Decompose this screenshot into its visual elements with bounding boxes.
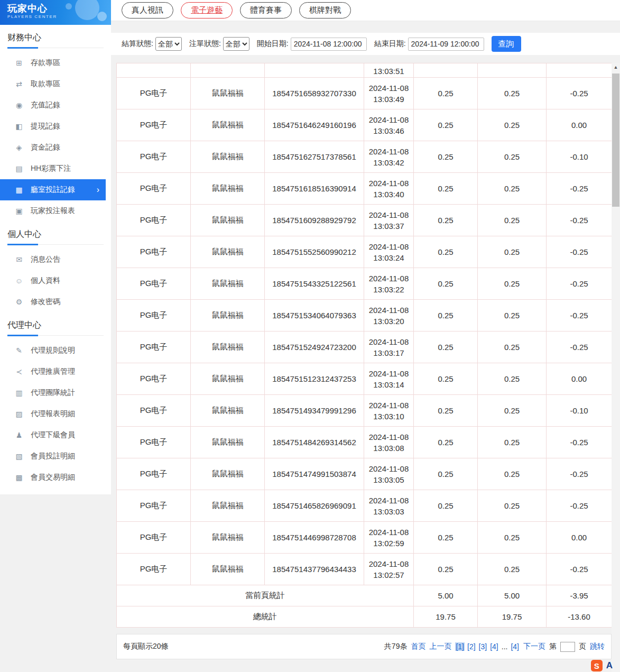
cell-game: PG电子: [117, 141, 191, 173]
page-link[interactable]: [3]: [478, 642, 488, 651]
cell-bet-amount: 0.25: [414, 173, 478, 205]
end-date-input[interactable]: [408, 38, 484, 51]
cell-game-name: 鼠鼠福福: [191, 395, 265, 427]
cell-order-number: 1854751543325122561: [265, 268, 364, 300]
cell-valid-bet: 0.25: [478, 300, 547, 332]
cell-bet-amount: 0.25: [414, 458, 478, 490]
sidebar-item-agent-rules[interactable]: ✎ 代理規則說明: [0, 340, 106, 361]
cell-game: PG电子: [117, 554, 191, 585]
cell-bet-amount: 0.25: [414, 78, 478, 109]
cell-time: 2024-11-08 13:03:03: [364, 490, 414, 522]
cell-time: 2024-11-08 13:03:46: [364, 109, 414, 141]
settle-status-select[interactable]: 全部: [155, 37, 182, 51]
game-type-tabbar: 真人視訊 電子遊藝 體育賽事 棋牌對戰: [111, 0, 620, 21]
tab-board-games[interactable]: 棋牌對戰: [299, 2, 351, 19]
members-icon: ♟: [14, 431, 24, 439]
sidebar-item-agent-team-stats[interactable]: ▥ 代理團隊統計: [0, 382, 106, 403]
sidebar-item-room-bet-records[interactable]: ▦ 廳室投註記錄 ›: [0, 179, 106, 200]
pagination-prev[interactable]: 上一页: [429, 642, 451, 651]
tab-live-video[interactable]: 真人視訊: [122, 2, 173, 19]
sidebar-item-member-transaction-detail[interactable]: ▩ 會員交易明細: [0, 467, 106, 488]
jump-page-input[interactable]: [560, 642, 575, 652]
cell-game: PG电子: [117, 300, 191, 332]
cell-time: 2024-11-08 13:03:14: [364, 363, 414, 395]
cell-game-name: 鼠鼠福福: [191, 427, 265, 458]
cell-game: PG电子: [117, 522, 191, 554]
sidebar-item-member-bet-detail[interactable]: ▧ 會員投註明細: [0, 446, 106, 467]
tab-electronic-games[interactable]: 電子遊藝: [181, 2, 233, 19]
cell-game: PG电子: [117, 332, 191, 363]
sidebar-item-agent-report-detail[interactable]: ▨ 代理報表明細: [0, 403, 106, 425]
sidebar-item-funds-records[interactable]: ◈ 資金記錄: [0, 137, 106, 158]
cell-bet-amount: 0.25: [414, 268, 478, 300]
cell-time: 2024-11-08 13:03:05: [364, 458, 414, 490]
cell-time: 2024-11-08 13:03:49: [364, 78, 414, 109]
sidebar-item-lottery-bets[interactable]: ▤ HH彩票下注: [0, 158, 106, 179]
section-title-agent: 代理中心: [7, 320, 104, 336]
vertical-scrollbar: ▲: [612, 63, 620, 672]
cell-valid-bet: 0.25: [478, 554, 547, 585]
pagination-controls: 共79条 首页 上一页 [1][2][3][4]...[4] 下一页 第 页 跳…: [384, 642, 605, 652]
share-icon: ≺: [14, 367, 24, 376]
cell-game: PG电子: [117, 268, 191, 300]
cell-game-name: 鼠鼠福福: [191, 78, 265, 109]
pagination-first[interactable]: 首页: [411, 642, 425, 651]
sogou-ime-icon[interactable]: S: [591, 660, 603, 671]
pagination-bar: 每頁顯示20條 共79条 首页 上一页 [1][2][3][4]...[4] 下…: [116, 634, 612, 659]
sidebar-item-agent-sub-members[interactable]: ♟ 代理下級會員: [0, 425, 106, 446]
scrollbar-thumb[interactable]: [612, 73, 619, 207]
room-bet-icon: ▦: [14, 186, 24, 194]
sidebar-item-agent-promotion[interactable]: ≺ 代理推廣管理: [0, 361, 106, 382]
cell-order-number: 1854751627517378561: [265, 141, 364, 173]
cell-win-loss: -0.25: [547, 268, 612, 300]
cell-game: PG电子: [117, 205, 191, 236]
table-row: PG电子 鼠鼠福福 1854751609288929792 2024-11-08…: [117, 205, 612, 236]
sidebar-item-notices[interactable]: ✉ 消息公告: [0, 249, 106, 270]
ime-mode-indicator[interactable]: A: [606, 660, 613, 671]
personal-nav: ✉ 消息公告 ☺ 個人資料 ⚙ 修改密碼: [0, 249, 111, 312]
page-link[interactable]: [4]: [510, 642, 520, 651]
cell-bet-amount: 0.25: [414, 300, 478, 332]
sidebar-item-withdraw[interactable]: ⇄ 取款專區: [0, 73, 106, 95]
section-title-finance: 财務中心: [7, 32, 104, 48]
page-link[interactable]: [1]: [455, 642, 465, 651]
sidebar-item-change-password[interactable]: ⚙ 修改密碼: [0, 291, 106, 312]
start-date-label: 開始日期:: [257, 39, 289, 49]
sidebar-item-player-report[interactable]: ▣ 玩家投注報表: [0, 200, 106, 222]
start-date-input[interactable]: [291, 38, 367, 51]
sidebar-item-recharge-records[interactable]: ◉ 充值記錄: [0, 95, 106, 116]
pagination-next[interactable]: 下一页: [523, 642, 545, 651]
team-stats-icon: ▥: [14, 389, 24, 397]
cell-time: 13:03:51: [364, 63, 414, 78]
cell-time: 2024-11-08 13:03:08: [364, 427, 414, 458]
cell-valid-bet: 0.25: [478, 109, 547, 141]
cell-game-name: 鼠鼠福福: [191, 173, 265, 205]
page-link[interactable]: [2]: [467, 642, 476, 651]
scroll-up-icon[interactable]: ▲: [612, 63, 620, 72]
table-row: PG电子 鼠鼠福福 1854751646249160196 2024-11-08…: [117, 109, 612, 141]
notice-icon: ✉: [14, 255, 24, 264]
cell-order-number: 1854751646249160196: [265, 109, 364, 141]
cell-time: 2024-11-08 13:03:10: [364, 395, 414, 427]
cell-game-name: 鼠鼠福福: [191, 205, 265, 236]
cell-order-number: 1854751524924723200: [265, 332, 364, 363]
tab-sports[interactable]: 體育賽事: [240, 2, 292, 19]
table-row: PG电子 鼠鼠福福 1854751627517378561 2024-11-08…: [117, 141, 612, 173]
sidebar-item-profile[interactable]: ☺ 個人資料: [0, 270, 106, 291]
page-link[interactable]: [4]: [489, 642, 499, 651]
cell-valid-bet: 0.25: [478, 332, 547, 363]
sidebar-item-cashout-records[interactable]: ◧ 提現記錄: [0, 116, 106, 137]
sidebar-item-deposit[interactable]: ⊞ 存款專區: [0, 52, 106, 73]
cell-order-number: 1854751465826969091: [265, 490, 364, 522]
settle-status-label: 結算狀態:: [122, 39, 153, 49]
cell-game-name: 鼠鼠福福: [191, 268, 265, 300]
cell-order-number: 1854751446998728708: [265, 522, 364, 554]
total-summary-row: 總統計 19.75 19.75 -13.60: [117, 606, 612, 628]
cell-game: PG电子: [117, 236, 191, 268]
cell-game-name: 鼠鼠福福: [191, 490, 265, 522]
search-button[interactable]: 查詢: [492, 36, 521, 52]
cell-bet-amount: 0.25: [414, 141, 478, 173]
jump-button[interactable]: 跳转: [590, 642, 605, 651]
cell-order-number: 1854751609288929792: [265, 205, 364, 236]
order-status-select[interactable]: 全部: [223, 37, 249, 51]
